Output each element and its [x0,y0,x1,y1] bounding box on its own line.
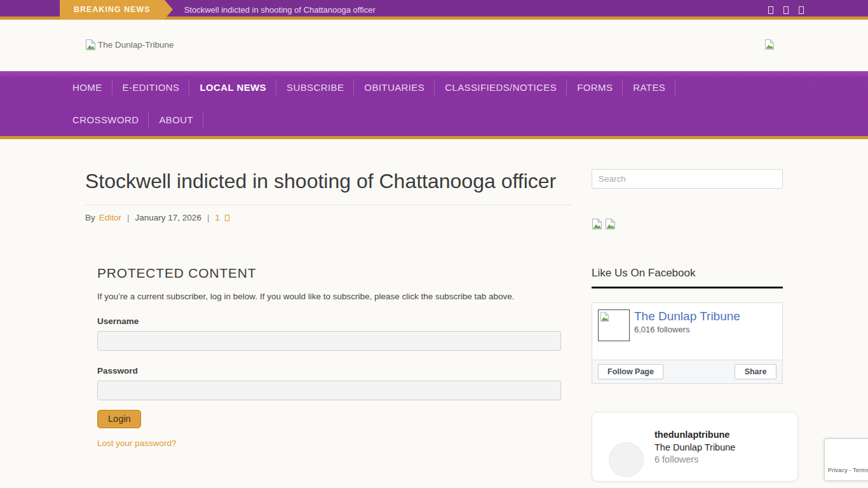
facebook-widget-heading: Like Us On Facebook [592,267,783,280]
sidebar: Like Us On Facebook The Dunlap Tribune 6… [592,169,783,482]
password-field[interactable] [97,381,561,400]
byline-separator: | [125,213,132,222]
protected-content-section: PROTECTED CONTENT If you’re a current su… [85,266,572,449]
byline-separator: | [205,213,212,222]
nav-item-classifieds-notices[interactable]: CLASSIFIEDS/NOTICES [435,71,567,104]
nav-item: OBITUARIES [354,71,435,104]
site-header: The Dunlap-Tribune [0,20,868,71]
protected-content-message: If you’re a current subscriber, log in b… [97,292,572,301]
share-button[interactable]: Share [735,364,776,379]
nav-item: RATES [623,71,675,104]
search-input[interactable] [592,169,783,189]
main-navigation: HOME E-EDITIONS LOCAL NEWS SUBSCRIBE OBI… [0,71,868,139]
nav-item-about[interactable]: ABOUT [149,104,203,136]
instagram-followers-count: 6 followers [654,454,698,464]
nav-row-1: HOME E-EDITIONS LOCAL NEWS SUBSCRIBE OBI… [62,71,806,136]
nav-item-obituaries[interactable]: OBITUARIES [354,71,435,104]
instagram-avatar[interactable] [609,442,644,477]
nav-item: E-EDITIONS [112,71,190,104]
nav-item-local-news[interactable]: LOCAL NEWS [189,71,276,104]
nav-item-rates[interactable]: RATES [623,71,675,104]
breaking-news-label: BREAKING NEWS [60,0,165,20]
comment-count-link[interactable]: 1 [215,213,220,222]
facebook-page-name-link[interactable]: The Dunlap Tribune [634,309,740,323]
social-icon-1[interactable] [768,6,773,14]
broken-image-icon [605,218,616,229]
login-button[interactable]: Login [97,410,141,428]
nav-item-subscribe[interactable]: SUBSCRIBE [276,71,354,104]
facebook-page-avatar[interactable] [598,309,630,341]
facebook-widget-actions: Follow Page Share [592,360,782,383]
facebook-followers-count: 6,016 followers [634,325,689,334]
follow-page-button[interactable]: Follow Page [598,364,663,379]
post-date: January 17, 2026 [135,213,201,222]
recaptcha-privacy-terms-links[interactable]: Privacy - Terms [828,467,868,473]
breaking-news-headline[interactable]: Stockwell indicted in shooting of Chatta… [184,0,376,20]
broken-image-icon [764,39,775,50]
site-name: The Dunlap-Tribune [98,40,174,50]
nav-item: CLASSIFIEDS/NOTICES [435,71,567,104]
username-field[interactable] [97,331,561,351]
nav-item-crossword[interactable]: CROSSWORD [62,104,149,136]
nav-item-forms[interactable]: FORMS [567,71,623,104]
title-divider [85,205,572,205]
username-label: Username [97,316,572,326]
nav-item-e-editions[interactable]: E-EDITIONS [112,71,190,104]
byline: By Editor | January 17, 2026 | 1 [85,213,572,222]
breaking-news-bar: BREAKING NEWS Stockwell indicted in shoo… [0,0,868,20]
comment-icon [225,215,229,221]
password-label: Password [97,366,572,376]
instagram-display-name: The Dunlap Tribune [654,442,735,452]
nav-item: ABOUT [149,104,203,136]
byline-prefix: By [85,213,95,222]
instagram-profile-widget: thedunlaptribune The Dunlap Tribune 6 fo… [592,412,798,482]
main-content: Stockwell indicted in shooting of Chatta… [62,139,806,482]
article: Stockwell indicted in shooting of Chatta… [85,169,572,482]
social-links [768,0,806,20]
nav-item: CROSSWORD [62,104,149,136]
site-logo[interactable]: The Dunlap-Tribune [85,39,174,51]
broken-image-icon [592,218,602,229]
social-icon-2[interactable] [783,6,789,14]
author-link[interactable]: Editor [99,213,121,222]
lost-password-link[interactable]: Lost your password? [97,438,177,448]
heading-underline [592,287,783,288]
protected-content-heading: PROTECTED CONTENT [97,266,572,281]
facebook-page-widget: The Dunlap Tribune 6,016 followers Follo… [592,302,783,384]
social-icon-3[interactable] [799,6,804,14]
nav-item: FORMS [567,71,623,104]
broken-image-icon [85,39,96,51]
page-title: Stockwell indicted in shooting of Chatta… [85,165,572,197]
instagram-username[interactable]: thedunlaptribune [654,430,729,440]
nav-item: LOCAL NEWS [189,71,276,104]
recaptcha-badge: Privacy - Terms [824,438,868,481]
nav-item-home[interactable]: HOME [62,71,112,104]
nav-item: SUBSCRIBE [276,71,354,104]
nav-item: HOME [62,71,112,104]
